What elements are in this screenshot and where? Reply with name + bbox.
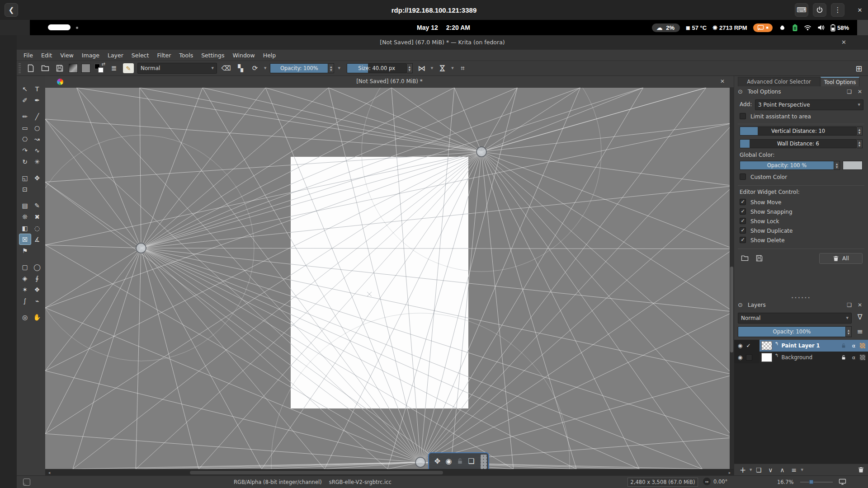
- new-document-button[interactable]: [25, 63, 36, 74]
- layer-blending-mode-select[interactable]: Normal ▼: [738, 313, 852, 324]
- dynamic-brush-tool[interactable]: ↻: [19, 156, 31, 167]
- vertical-distance-slider[interactable]: Vertical Distance: 10: [740, 127, 857, 136]
- move-layer-up-button[interactable]: ∧: [777, 466, 787, 474]
- canvas-horizontal-scrollbar[interactable]: ◂ ▸: [45, 469, 734, 475]
- assistant-visibility-button[interactable]: ◉: [443, 455, 454, 467]
- fg-bg-colors[interactable]: ⇄: [94, 63, 105, 74]
- ellipse-tool[interactable]: ○: [31, 122, 43, 133]
- add-layer-dropdown-arrow[interactable]: ▼: [750, 468, 752, 472]
- pattern-tool[interactable]: ✖: [31, 211, 43, 222]
- bezier-curve-tool[interactable]: ↷: [19, 145, 31, 156]
- smart-patch-tool[interactable]: ❊: [19, 211, 31, 222]
- assistant-lock-button[interactable]: [454, 455, 466, 467]
- scroll-left-arrow[interactable]: ◂: [46, 470, 52, 475]
- selection-mode-icon[interactable]: [23, 479, 30, 486]
- vanishing-point-handle[interactable]: [476, 147, 486, 157]
- screen-record-pill[interactable]: ■: [753, 23, 773, 32]
- keyboard-button[interactable]: ⌨: [795, 3, 808, 17]
- document-tab-close[interactable]: ✕: [720, 78, 725, 84]
- duplicate-layer-button[interactable]: ❏: [754, 466, 764, 474]
- menu-view[interactable]: View: [56, 51, 78, 60]
- mirror-vertical-button[interactable]: ⋈: [437, 63, 448, 74]
- gradient-chooser[interactable]: [69, 64, 78, 73]
- text-tool[interactable]: T: [31, 83, 43, 94]
- ellipse-select-tool[interactable]: ◯: [31, 261, 43, 272]
- layer-selected-checkbox[interactable]: [746, 354, 752, 361]
- brush-presets-button[interactable]: ≣: [108, 63, 119, 74]
- layer-inherit-alpha-icon[interactable]: [860, 355, 865, 360]
- layer-lock-icon[interactable]: [841, 343, 848, 348]
- multibrush-tool[interactable]: ✳: [31, 156, 43, 167]
- scroll-right-arrow[interactable]: ▸: [726, 470, 733, 475]
- tab-advanced-color-selector[interactable]: Advanced Color Selector: [738, 77, 820, 86]
- fill-tool[interactable]: ◧: [19, 222, 31, 234]
- brush-size-slider[interactable]: Size: 40.00 px: [347, 63, 407, 73]
- pattern-chooser[interactable]: [81, 64, 90, 73]
- save-assistants-button[interactable]: [754, 253, 764, 263]
- opacity-dropdown-arrow[interactable]: ▼: [338, 66, 340, 70]
- menu-select[interactable]: Select: [127, 51, 153, 60]
- menu-layer[interactable]: Layer: [104, 51, 127, 60]
- show-lock-checkbox[interactable]: ✓: [740, 218, 746, 224]
- reload-preset-button[interactable]: ⟳: [250, 63, 260, 74]
- move-tool[interactable]: ✥: [31, 172, 43, 183]
- layer-opacity-spinner[interactable]: ▲▼: [846, 326, 852, 337]
- docker-float-icon[interactable]: ❏: [847, 89, 852, 95]
- polygonal-select-tool[interactable]: ◈: [19, 272, 31, 284]
- global-color-swatch[interactable]: [843, 161, 863, 170]
- trim-to-image-button[interactable]: ⌗: [458, 63, 468, 74]
- layer-filter-button[interactable]: ∇: [854, 313, 865, 321]
- line-tool[interactable]: ╱: [31, 111, 43, 122]
- measure-tool[interactable]: ∡: [31, 234, 43, 245]
- layer-alpha-icon[interactable]: α: [850, 355, 857, 361]
- menu-settings[interactable]: Settings: [197, 51, 228, 60]
- assistant-widget-drag-handle[interactable]: [481, 455, 487, 469]
- preserve-alpha-button[interactable]: ▚: [235, 63, 246, 74]
- layer-row-background[interactable]: ◉ ↰ Background α: [734, 352, 868, 363]
- brush-size-spinner[interactable]: ▲ ▼: [407, 63, 413, 73]
- wall-distance-slider[interactable]: Wall Distance: 6: [740, 139, 857, 148]
- open-document-button[interactable]: [40, 63, 51, 74]
- mirror-v-dropdown-arrow[interactable]: ▼: [451, 66, 453, 70]
- assistants-tool[interactable]: ☒: [19, 234, 31, 245]
- docker-lock-icon[interactable]: ⊙: [738, 301, 743, 308]
- layer-name[interactable]: Background: [781, 354, 838, 361]
- custom-color-checkbox[interactable]: [740, 174, 746, 180]
- assistant-type-select[interactable]: 3 Point Perspective ▼: [755, 99, 863, 110]
- delete-layer-button[interactable]: [858, 466, 864, 473]
- vanishing-point-handle[interactable]: [415, 457, 425, 467]
- opacity-slider[interactable]: Opacity: 100%: [270, 63, 328, 73]
- menu-button[interactable]: ⋮: [831, 3, 844, 17]
- polyline-tool[interactable]: ↝: [31, 133, 43, 145]
- bezier-select-tool[interactable]: ∫: [19, 295, 31, 306]
- docker-float-icon[interactable]: ❏: [847, 302, 852, 308]
- pan-tool[interactable]: ✋: [31, 311, 43, 323]
- zoom-slider-thumb[interactable]: [809, 480, 813, 484]
- show-duplicate-checkbox[interactable]: ✓: [740, 227, 746, 234]
- layer-options-menu-button[interactable]: ≡: [854, 327, 865, 336]
- menu-image[interactable]: Image: [78, 51, 104, 60]
- mirror-h-dropdown-arrow[interactable]: ▼: [431, 66, 433, 70]
- show-delete-checkbox[interactable]: ✓: [740, 237, 746, 243]
- magnetic-select-tool[interactable]: ⌁: [31, 295, 43, 306]
- opacity-spinner[interactable]: ▲ ▼: [328, 63, 334, 73]
- layer-inherit-alpha-icon[interactable]: [860, 343, 865, 348]
- layer-thumbnail[interactable]: [761, 341, 772, 350]
- contiguous-select-tool[interactable]: ✶: [19, 284, 31, 295]
- layer-thumbnail[interactable]: [761, 353, 772, 362]
- layer-name[interactable]: Paint Layer 1: [781, 343, 838, 349]
- power-button[interactable]: [813, 3, 826, 17]
- layer-alpha-icon[interactable]: α: [850, 343, 857, 349]
- layer-properties-button[interactable]: ≡: [789, 466, 799, 474]
- layer-properties-dropdown-arrow[interactable]: ▼: [801, 468, 803, 472]
- freehand-select-tool[interactable]: ∮: [31, 272, 43, 284]
- edit-shapes-tool[interactable]: ✐: [19, 94, 31, 106]
- docker-lock-icon[interactable]: ⊙: [738, 88, 743, 95]
- color-sampler-tool[interactable]: ✎: [31, 200, 43, 211]
- similar-select-tool[interactable]: ❖: [31, 284, 43, 295]
- docker-close-icon[interactable]: ✕: [858, 302, 862, 308]
- tab-tool-options[interactable]: Tool Options: [821, 77, 859, 86]
- gradient-tool[interactable]: ▤: [19, 200, 31, 211]
- wall-distance-spinner[interactable]: ▲▼: [857, 139, 863, 148]
- limit-assistant-checkbox[interactable]: [740, 113, 746, 119]
